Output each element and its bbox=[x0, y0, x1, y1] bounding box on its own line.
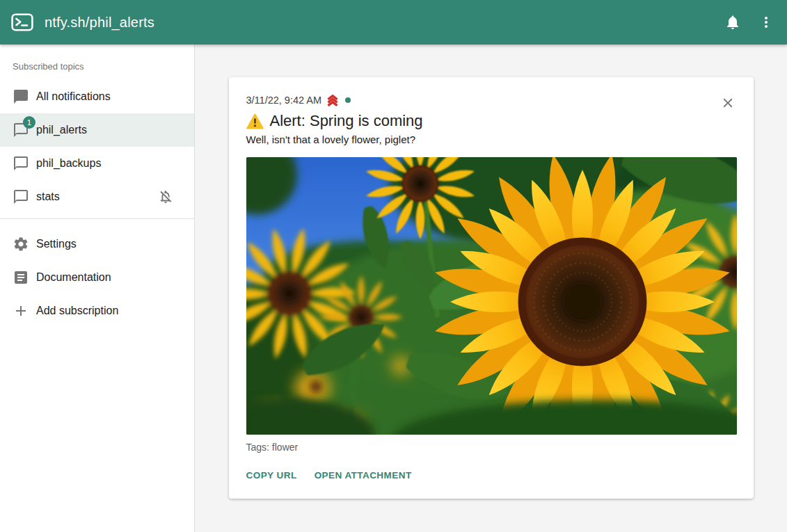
more-vert-icon bbox=[758, 14, 774, 31]
sidebar-item-add-subscription[interactable]: Add subscription bbox=[0, 294, 194, 328]
close-icon bbox=[720, 95, 736, 111]
main-content: 3/11/22, 9:42 AM bbox=[195, 45, 787, 532]
bell-off-icon bbox=[158, 189, 173, 204]
attachment-image[interactable] bbox=[246, 157, 737, 435]
subscribed-topics-label: Subscribed topics bbox=[0, 45, 194, 80]
open-attachment-button[interactable]: OPEN ATTACHMENT bbox=[315, 470, 412, 481]
notification-actions: COPY URL OPEN ATTACHMENT bbox=[246, 470, 737, 481]
notification-title-row: Alert: Spring is coming bbox=[246, 112, 737, 130]
sidebar-item-documentation[interactable]: Documentation bbox=[0, 261, 194, 294]
sidebar-divider bbox=[0, 218, 194, 219]
sidebar-item-phil-alerts[interactable]: 1 phil_alerts bbox=[0, 113, 194, 147]
chat-bubble-outline-icon: 1 bbox=[13, 122, 29, 138]
sidebar-item-label: All notifications bbox=[36, 90, 111, 103]
sidebar-item-all-notifications[interactable]: All notifications bbox=[0, 80, 194, 113]
ntfy-logo-icon bbox=[11, 13, 33, 31]
chat-bubble-filled-icon bbox=[13, 88, 29, 105]
overflow-menu-button[interactable] bbox=[758, 14, 774, 31]
sidebar-item-label: phil_backups bbox=[36, 157, 101, 170]
chat-bubble-outline-icon bbox=[13, 188, 29, 205]
article-icon bbox=[13, 269, 29, 286]
gear-icon bbox=[13, 236, 29, 252]
priority-max-icon bbox=[326, 94, 340, 106]
bell-icon bbox=[724, 14, 741, 31]
timestamp: 3/11/22, 9:42 AM bbox=[246, 95, 322, 106]
copy-url-button[interactable]: COPY URL bbox=[246, 470, 297, 481]
sidebar-item-label: stats bbox=[36, 191, 60, 203]
close-notification-button[interactable] bbox=[720, 95, 736, 111]
sidebar-item-label: Settings bbox=[36, 238, 77, 250]
sidebar-item-label: Add subscription bbox=[36, 305, 118, 317]
notification-body: Well, isn't that a lovely flower, piglet… bbox=[246, 134, 737, 145]
notification-meta: 3/11/22, 9:42 AM bbox=[246, 94, 737, 106]
app-header: ntfy.sh/phil_alerts bbox=[0, 0, 787, 45]
sidebar-item-stats[interactable]: stats bbox=[0, 180, 194, 213]
page-title: ntfy.sh/phil_alerts bbox=[45, 15, 154, 31]
plus-icon bbox=[13, 303, 29, 319]
unread-dot-icon bbox=[345, 97, 351, 103]
warning-triangle-icon bbox=[246, 113, 264, 129]
sidebar: Subscribed topics All notifications 1 ph… bbox=[0, 45, 195, 532]
notification-card: 3/11/22, 9:42 AM bbox=[229, 77, 754, 499]
sidebar-item-label: phil_alerts bbox=[36, 124, 87, 136]
sidebar-item-settings[interactable]: Settings bbox=[0, 227, 194, 261]
tags-label: Tags: flower bbox=[246, 442, 737, 453]
notification-title: Alert: Spring is coming bbox=[270, 112, 423, 130]
sidebar-item-label: Documentation bbox=[36, 271, 111, 284]
notifications-bell-button[interactable] bbox=[724, 14, 741, 31]
unread-count-badge: 1 bbox=[23, 116, 35, 129]
sidebar-item-phil-backups[interactable]: phil_backups bbox=[0, 147, 194, 180]
chat-bubble-outline-icon bbox=[13, 155, 29, 172]
